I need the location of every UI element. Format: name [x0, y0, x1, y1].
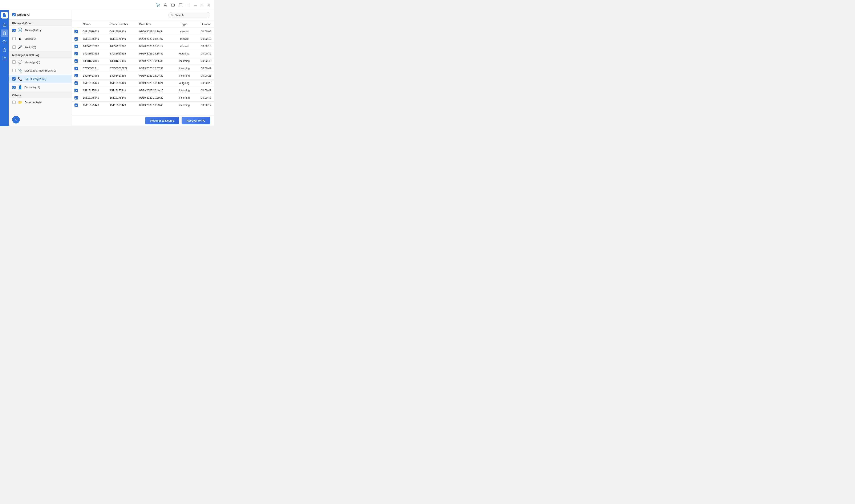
- messages-checkbox[interactable]: [12, 60, 16, 64]
- audios-checkbox[interactable]: [12, 46, 16, 49]
- row-duration-9: 00:00:49: [194, 94, 214, 102]
- row-datetime-4: 03/19/2023 19:26:36: [137, 57, 175, 65]
- table-row: 16557267096 16557267096 03/20/2023 07:21…: [72, 43, 214, 50]
- menu-icon[interactable]: [185, 2, 191, 8]
- section-messages-call: Messages & Call Log: [9, 51, 72, 58]
- row-phone-8: 15118175449: [107, 87, 137, 94]
- table-container: Name Phone Number Date Time Type Duratio…: [72, 20, 214, 115]
- app-window: — □ ✕: [0, 0, 214, 126]
- row-datetime-8: 03/19/2023 10:40:16: [137, 87, 175, 94]
- row-type-10: incoming: [175, 102, 194, 109]
- sidebar-nav-home[interactable]: [1, 21, 8, 29]
- back-button[interactable]: [12, 116, 20, 124]
- select-all-label: Select All: [17, 13, 31, 16]
- search-box[interactable]: [168, 12, 210, 18]
- sidebar-nav-clipboard[interactable]: [1, 46, 8, 54]
- videos-checkbox[interactable]: [12, 37, 16, 40]
- search-input[interactable]: [175, 14, 208, 17]
- table-row: 13981623455 13981623455 03/19/2023 19:34…: [72, 50, 214, 57]
- user-icon[interactable]: [162, 2, 168, 8]
- row-name-4: 13981623455: [81, 57, 107, 65]
- row-duration-3: 00:00:36: [194, 50, 214, 57]
- row-checkbox-3[interactable]: [72, 50, 81, 57]
- row-checkbox-4[interactable]: [72, 57, 81, 65]
- sidebar-nav-cloud[interactable]: [1, 38, 8, 46]
- chat-icon[interactable]: [178, 2, 183, 8]
- videos-label: Videos(0): [24, 37, 36, 40]
- videos-icon: ▶: [18, 36, 22, 41]
- col-checkbox: [72, 20, 81, 28]
- documents-checkbox[interactable]: [12, 101, 16, 104]
- table-row: 15118175449 15118175449 03/19/2023 10:40…: [72, 87, 214, 94]
- sidebar-item-messages[interactable]: 💬 Messages(0): [9, 58, 72, 66]
- cart-icon[interactable]: [155, 2, 161, 8]
- recover-to-device-button[interactable]: Recover to Device: [145, 117, 179, 124]
- row-name-3: 13981623455: [81, 50, 107, 57]
- call-history-checkbox[interactable]: [12, 77, 16, 80]
- sidebar-item-audios[interactable]: 🎤 Audios(0): [9, 43, 72, 51]
- row-phone-9: 15118175449: [107, 94, 137, 102]
- minimize-button[interactable]: —: [193, 2, 198, 7]
- row-checkbox-2[interactable]: [72, 43, 81, 50]
- section-photos-video: Photos & Video: [9, 20, 72, 26]
- row-type-7: outgoing: [175, 79, 194, 87]
- sidebar-nav-phone[interactable]: [1, 30, 8, 37]
- photos-icon: 🖼: [18, 28, 22, 33]
- sidebar-item-call-history[interactable]: 📞 Call History(2668): [9, 75, 72, 83]
- sidebar-item-messages-attachments[interactable]: 📎 Messages Attachments(0): [9, 66, 72, 75]
- sidebar-item-photos[interactable]: 🖼 Photos(1861): [9, 26, 72, 35]
- row-name-9: 15118175449: [81, 94, 107, 102]
- row-checkbox-0[interactable]: [72, 28, 81, 35]
- search-icon: [171, 14, 174, 17]
- contacts-label: Contacts(14): [24, 86, 40, 89]
- row-type-5: incoming: [175, 65, 194, 72]
- row-datetime-1: 03/20/2023 08:54:07: [137, 35, 175, 43]
- row-duration-6: 00:00:25: [194, 72, 214, 79]
- maximize-button[interactable]: □: [199, 2, 204, 7]
- row-checkbox-1[interactable]: [72, 35, 81, 43]
- main-layout: Select All Photos & Video 🖼 Photos(1861)…: [0, 10, 214, 126]
- row-checkbox-8[interactable]: [72, 87, 81, 94]
- row-checkbox-7[interactable]: [72, 79, 81, 87]
- call-history-label: Call History(2668): [24, 77, 46, 80]
- mail-icon[interactable]: [170, 2, 176, 8]
- col-datetime: Date Time: [137, 20, 175, 28]
- sidebar-item-contacts[interactable]: 👤 Contacts(14): [9, 83, 72, 91]
- row-duration-8: 00:00:49: [194, 87, 214, 94]
- row-phone-3: 13981623455: [107, 50, 137, 57]
- recover-to-pc-button[interactable]: Recover to PC: [181, 117, 210, 124]
- sidebar-item-documents[interactable]: 📁 Documents(0): [9, 98, 72, 106]
- close-button[interactable]: ✕: [206, 2, 211, 7]
- row-checkbox-10[interactable]: [72, 102, 81, 109]
- table-row: 04319519619 04319519619 03/20/2023 11:30…: [72, 28, 214, 35]
- messages-attach-checkbox[interactable]: [12, 69, 16, 72]
- col-duration: Duration: [194, 20, 214, 28]
- left-panel: Select All Photos & Video 🖼 Photos(1861)…: [9, 10, 72, 126]
- row-datetime-7: 03/19/2023 11:08:21: [137, 79, 175, 87]
- row-name-0: 04319519619: [81, 28, 107, 35]
- col-type: Type: [175, 20, 194, 28]
- row-duration-4: 00:00:48: [194, 57, 214, 65]
- row-duration-1: 00:00:12: [194, 35, 214, 43]
- app-logo: [1, 12, 8, 19]
- row-checkbox-9[interactable]: [72, 94, 81, 102]
- contacts-checkbox[interactable]: [12, 86, 16, 89]
- row-checkbox-5[interactable]: [72, 65, 81, 72]
- select-all-row[interactable]: Select All: [9, 10, 72, 20]
- audios-label: Audios(0): [24, 46, 36, 49]
- row-phone-5: 075533012257: [107, 65, 137, 72]
- row-name-1: 15118175449: [81, 35, 107, 43]
- row-type-2: missed: [175, 43, 194, 50]
- row-checkbox-6[interactable]: [72, 72, 81, 79]
- sidebar-nav-folder[interactable]: [1, 55, 8, 62]
- photos-checkbox[interactable]: [12, 29, 16, 32]
- messages-label: Messages(0): [24, 60, 40, 64]
- sidebar-item-videos[interactable]: ▶ Videos(0): [9, 35, 72, 43]
- row-type-1: missed: [175, 35, 194, 43]
- select-all-checkbox[interactable]: [12, 13, 16, 16]
- audios-icon: 🎤: [18, 45, 22, 50]
- col-name: Name: [81, 20, 107, 28]
- table-row: 15118175449 15118175449 03/19/2023 11:08…: [72, 79, 214, 87]
- right-panel: Name Phone Number Date Time Type Duratio…: [72, 10, 214, 126]
- row-duration-7: 00:00:29: [194, 79, 214, 87]
